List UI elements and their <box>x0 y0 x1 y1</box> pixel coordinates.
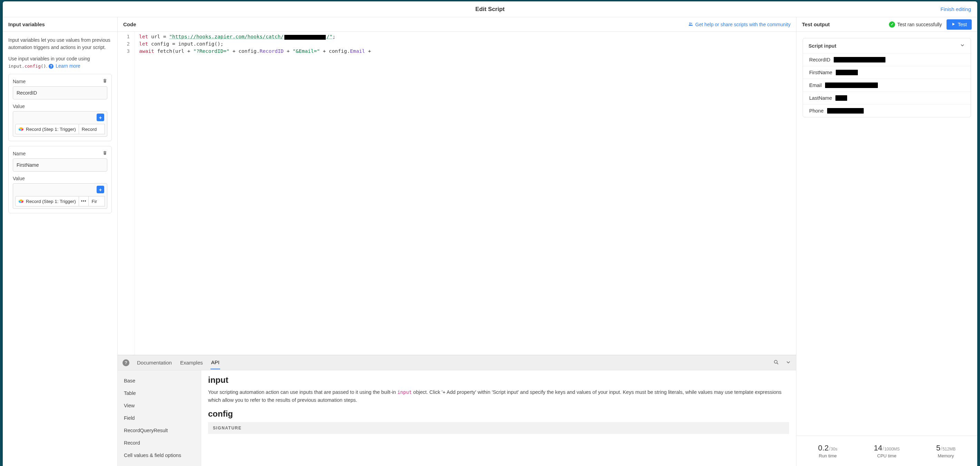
add-token-button[interactable]: + <box>97 186 104 193</box>
code-editor[interactable]: 123 let url = "https://hooks.zapier.com/… <box>118 32 537 254</box>
trash-icon[interactable] <box>102 151 107 156</box>
record-field-chip[interactable]: Record <box>79 124 105 134</box>
info-icon: ? <box>49 64 54 69</box>
help-text-1: Input variables let you use values from … <box>8 37 112 51</box>
value-box[interactable]: + Record (Step 1: Trigger) Record <box>13 111 107 137</box>
learn-more-link[interactable]: Learn more <box>56 63 80 69</box>
variable-name-input[interactable] <box>13 86 107 99</box>
modal-title: Edit Script <box>475 6 504 13</box>
value-label: Value <box>13 103 25 109</box>
code-heading: Code <box>123 21 136 27</box>
code-content[interactable]: let url = "https://hooks.zapier.com/hook… <box>135 32 371 254</box>
add-token-button[interactable]: + <box>97 114 104 121</box>
line-gutter: 123 <box>118 32 135 254</box>
name-label: Name <box>13 79 25 84</box>
input-variable-card: Name Value + <box>8 74 112 141</box>
airtable-icon <box>18 199 24 204</box>
input-variables-heading: Input variables <box>8 21 45 27</box>
record-field-chip[interactable]: Fir <box>89 196 105 207</box>
code-panel: Code Get help or share scripts with the … <box>118 17 537 254</box>
variable-name-input[interactable] <box>13 158 107 172</box>
record-source-chip[interactable]: Record (Step 1: Trigger) <box>15 124 79 134</box>
value-label: Value <box>13 176 25 181</box>
redacted <box>284 35 326 40</box>
airtable-icon <box>18 126 24 132</box>
trash-icon[interactable] <box>102 78 107 84</box>
help-text-2: Use input variables in your code using i… <box>8 55 112 70</box>
more-icon[interactable]: ••• <box>79 196 89 207</box>
name-label: Name <box>13 151 25 156</box>
input-variable-card: Name Value + <box>8 146 112 213</box>
edit-script-modal: Edit Script Finish editing Input variabl… <box>3 2 537 254</box>
input-variables-panel: Input variables Input variables let you … <box>3 17 118 254</box>
record-source-chip[interactable]: Record (Step 1: Trigger) <box>15 196 79 207</box>
title-bar: Edit Script Finish editing <box>3 2 537 17</box>
value-box[interactable]: + Record (Step 1: Trigger) ••• Fir <box>13 183 107 209</box>
